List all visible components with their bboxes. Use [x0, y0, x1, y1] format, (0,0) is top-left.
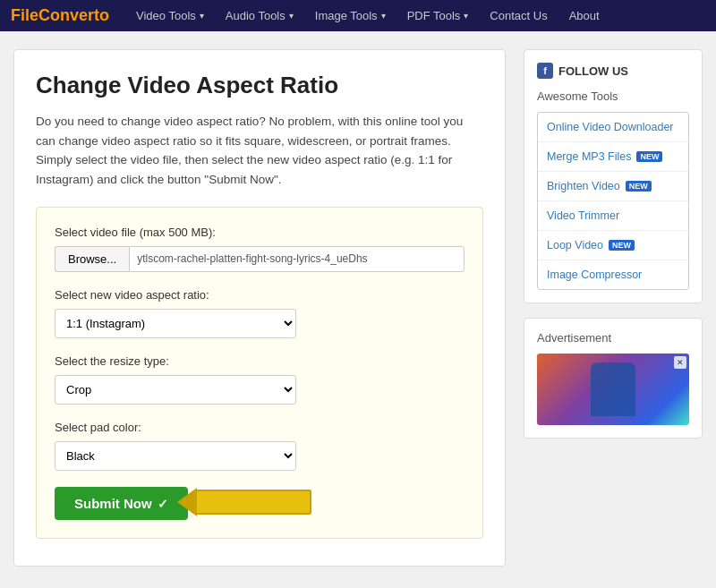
nav-item-audio-tools[interactable]: Audio Tools ▾ [217, 0, 303, 31]
submit-row: Submit Now ✓ [55, 487, 465, 520]
chevron-down-icon: ▾ [289, 11, 294, 21]
aspect-ratio-select[interactable]: 1:1 (Instagram) 16:9 (Widescreen) 4:3 (S… [55, 309, 296, 338]
pad-color-group: Select pad color: Black White Blue Green [55, 421, 465, 471]
tool-item-loop-video[interactable]: Loop Video NEW [538, 231, 688, 260]
new-badge: NEW [609, 240, 635, 251]
tools-list: Online Video Downloader Merge MP3 Files … [537, 112, 689, 290]
file-input-row: Browse... ytlscom-rachel-platten-fight-s… [55, 246, 465, 272]
file-select-group: Select video file (max 500 MB): Browse..… [55, 226, 465, 272]
check-icon: ✓ [158, 497, 168, 511]
nav-item-image-tools[interactable]: Image Tools ▾ [306, 0, 395, 31]
page-description: Do you need to change video aspect ratio… [36, 112, 483, 189]
tool-item-video-trimmer[interactable]: Video Trimmer [538, 201, 688, 231]
annotation-arrow [195, 490, 311, 515]
nav-item-about[interactable]: About [560, 0, 609, 31]
site-logo[interactable]: FileConverto [11, 6, 109, 25]
follow-us-header: f FOLLOW US [537, 63, 689, 79]
resize-type-group: Select the resize type: Crop Pad Stretch [55, 354, 465, 405]
form-box: Select video file (max 500 MB): Browse..… [36, 207, 483, 539]
ad-inner-graphic [591, 362, 635, 416]
aspect-ratio-label: Select new video aspect ratio: [55, 288, 465, 302]
browse-button[interactable]: Browse... [55, 246, 129, 272]
pad-color-select[interactable]: Black White Blue Green [55, 441, 296, 471]
navbar: FileConverto Video Tools ▾ Audio Tools ▾… [0, 0, 716, 31]
ad-image: ✕ [537, 354, 689, 425]
file-select-label: Select video file (max 500 MB): [55, 226, 465, 239]
facebook-icon[interactable]: f [537, 63, 553, 79]
new-badge: NEW [626, 181, 652, 192]
sidebar: f FOLLOW US Awesome Tools Online Video D… [524, 49, 703, 567]
nav-item-contact[interactable]: Contact Us [481, 0, 556, 31]
logo-highlight: o [99, 6, 109, 24]
nav-item-pdf-tools[interactable]: PDF Tools ▾ [398, 0, 478, 31]
logo-text: FileConvert [11, 6, 99, 24]
tool-item-merge-mp3[interactable]: Merge MP3 Files NEW [538, 142, 688, 172]
resize-type-select[interactable]: Crop Pad Stretch [55, 375, 296, 405]
nav-item-video-tools[interactable]: Video Tools ▾ [127, 0, 213, 31]
arrow-annotation [195, 490, 311, 517]
file-name-display: ytlscom-rachel-platten-fight-song-lyrics… [129, 246, 465, 272]
page-wrapper: Change Video Aspect Ratio Do you need to… [0, 31, 716, 584]
pad-color-label: Select pad color: [55, 421, 465, 434]
submit-button[interactable]: Submit Now ✓ [55, 487, 188, 520]
tool-label: Brighten Video [547, 180, 620, 192]
ad-close-button[interactable]: ✕ [674, 356, 686, 369]
tool-label: Loop Video [547, 239, 603, 251]
tool-label: Video Trimmer [547, 209, 619, 222]
chevron-down-icon: ▾ [381, 11, 386, 21]
nav-menu: Video Tools ▾ Audio Tools ▾ Image Tools … [127, 0, 705, 31]
chevron-down-icon: ▾ [464, 11, 468, 21]
tool-label: Online Video Downloader [547, 121, 674, 133]
tool-label: Image Compressor [547, 268, 642, 281]
tool-item-online-video-downloader[interactable]: Online Video Downloader [538, 113, 688, 142]
follow-us-label: FOLLOW US [558, 64, 628, 78]
ad-title: Advertisement [537, 331, 689, 345]
tool-label: Merge MP3 Files [547, 150, 631, 163]
follow-us-section: f FOLLOW US Awesome Tools Online Video D… [524, 49, 703, 303]
page-title: Change Video Aspect Ratio [36, 72, 483, 99]
tool-item-brighten-video[interactable]: Brighten Video NEW [538, 172, 688, 201]
new-badge: NEW [636, 151, 662, 162]
aspect-ratio-group: Select new video aspect ratio: 1:1 (Inst… [55, 288, 465, 338]
ad-section: Advertisement ✕ [524, 318, 703, 439]
awesome-tools-title: Awesome Tools [537, 89, 689, 103]
tool-item-image-compressor[interactable]: Image Compressor [538, 260, 688, 289]
resize-type-label: Select the resize type: [55, 354, 465, 368]
main-content: Change Video Aspect Ratio Do you need to… [13, 49, 506, 567]
chevron-down-icon: ▾ [200, 11, 204, 21]
